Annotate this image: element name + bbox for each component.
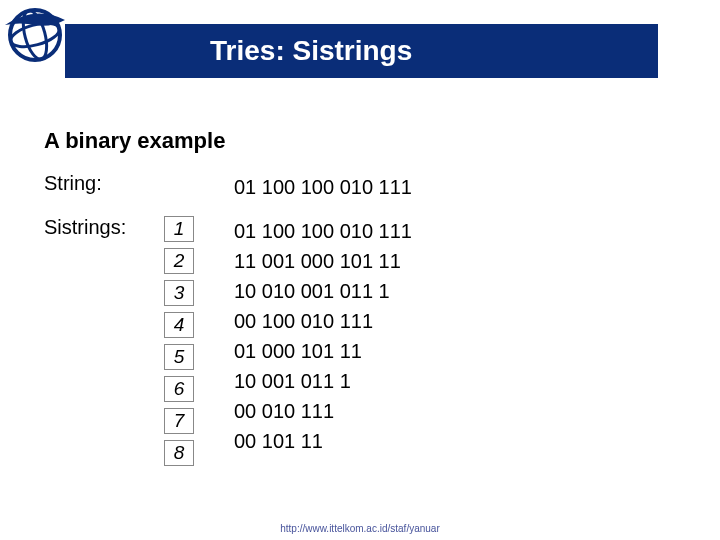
sistrings-label: Sistrings: [44, 216, 164, 239]
index-box: 3 [164, 280, 194, 306]
sistring-value: 01 100 100 010 111 [234, 216, 412, 246]
index-column: 12345678 [164, 216, 234, 466]
sistring-value: 00 101 11 [234, 426, 412, 456]
sistring-value: 01 000 101 11 [234, 336, 412, 366]
content-area: A binary example String: 01 100 100 010 … [44, 128, 676, 480]
string-value: 01 100 100 010 111 [234, 172, 412, 202]
sistring-value: 10 001 011 1 [234, 366, 412, 396]
index-box: 7 [164, 408, 194, 434]
sistring-value: 00 100 010 111 [234, 306, 412, 336]
sistring-value: 00 010 111 [234, 396, 412, 426]
index-box: 2 [164, 248, 194, 274]
globe-logo-icon [0, 0, 70, 70]
footer-url: http://www.ittelkom.ac.id/staf/yanuar [0, 523, 720, 534]
index-box: 5 [164, 344, 194, 370]
index-box: 1 [164, 216, 194, 242]
sistrings-row: Sistrings: 12345678 01 100 100 010 11111… [44, 216, 676, 466]
slide: Tries: Sistrings A binary example String… [0, 0, 720, 540]
index-box: 8 [164, 440, 194, 466]
subtitle: A binary example [44, 128, 676, 154]
sistrings-column: 01 100 100 010 11111 001 000 101 1110 01… [234, 216, 412, 456]
string-row: String: 01 100 100 010 111 [44, 172, 676, 202]
sistring-value: 10 010 001 011 1 [234, 276, 412, 306]
slide-title: Tries: Sistrings [210, 35, 412, 67]
index-box: 4 [164, 312, 194, 338]
string-label: String: [44, 172, 164, 195]
sistring-value: 11 001 000 101 11 [234, 246, 412, 276]
title-band: Tries: Sistrings [65, 24, 658, 78]
index-box: 6 [164, 376, 194, 402]
